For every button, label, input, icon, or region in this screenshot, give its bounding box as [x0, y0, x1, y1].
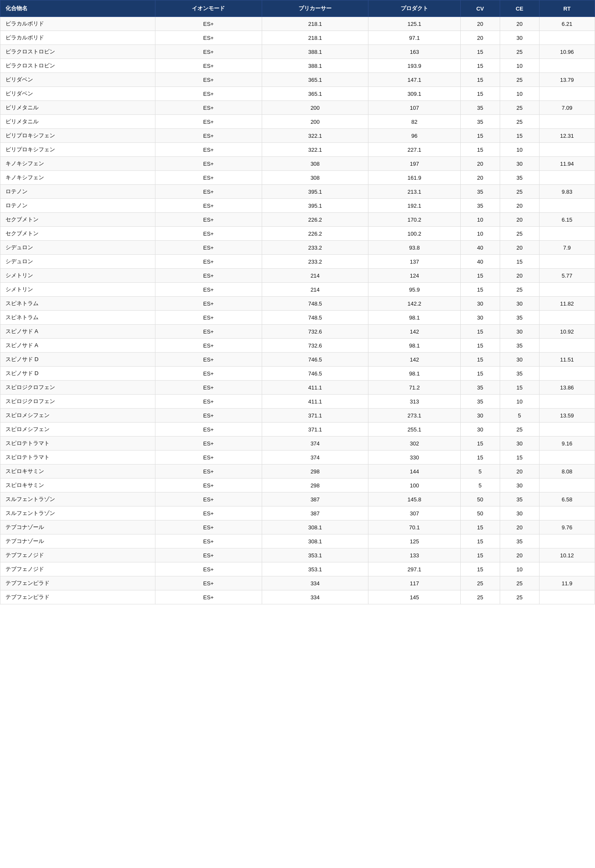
table-cell-6-6: 7.09	[539, 101, 595, 115]
table-cell-6-2: 200	[262, 101, 368, 115]
table-cell-29-5: 25	[500, 423, 539, 437]
table-cell-41-5: 25	[500, 590, 539, 604]
table-cell-10-0: キノキシフェン	[0, 157, 155, 171]
table-cell-5-0: ピリダベン	[0, 87, 155, 101]
table-row: キノキシフェンES+308197203011.94	[0, 157, 595, 171]
table-cell-37-1: ES+	[155, 534, 262, 548]
table-row: スピロジクロフェンES+411.171.2351513.86	[0, 381, 595, 395]
table-cell-17-3: 137	[368, 255, 460, 269]
table-cell-12-4: 35	[460, 185, 500, 199]
table-cell-24-6: 11.51	[539, 353, 595, 367]
table-cell-3-3: 193.9	[368, 59, 460, 73]
table-cell-33-5: 30	[500, 479, 539, 492]
table-cell-6-4: 35	[460, 101, 500, 115]
table-cell-22-5: 30	[500, 325, 539, 339]
table-cell-0-5: 20	[500, 17, 539, 31]
table-cell-22-1: ES+	[155, 325, 262, 339]
table-row: ピリメタニルES+200823525	[0, 115, 595, 129]
table-cell-30-0: スピロテトラマト	[0, 437, 155, 451]
table-row: テブフェンピラドES+334117252511.9	[0, 576, 595, 590]
table-cell-41-2: 334	[262, 590, 368, 604]
table-cell-33-6	[539, 479, 595, 492]
table-cell-10-1: ES+	[155, 157, 262, 171]
table-cell-0-2: 218.1	[262, 17, 368, 31]
table-cell-11-1: ES+	[155, 171, 262, 185]
table-cell-25-6	[539, 367, 595, 381]
table-cell-32-0: スピロキサミン	[0, 465, 155, 479]
table-cell-10-2: 308	[262, 157, 368, 171]
table-cell-19-0: シメトリン	[0, 283, 155, 297]
table-cell-16-2: 233.2	[262, 241, 368, 255]
table-cell-41-4: 25	[460, 590, 500, 604]
table-cell-19-3: 95.9	[368, 283, 460, 297]
table-cell-30-6: 9.16	[539, 437, 595, 451]
table-cell-13-1: ES+	[155, 199, 262, 213]
table-cell-21-5: 35	[500, 311, 539, 325]
table-cell-22-2: 732.6	[262, 325, 368, 339]
table-row: スピネトラムES+748.5142.2303011.82	[0, 297, 595, 311]
table-cell-16-4: 40	[460, 241, 500, 255]
table-cell-22-3: 142	[368, 325, 460, 339]
table-cell-3-1: ES+	[155, 59, 262, 73]
table-cell-12-0: ロテノン	[0, 185, 155, 199]
table-cell-30-4: 15	[460, 437, 500, 451]
table-cell-39-3: 297.1	[368, 562, 460, 576]
table-cell-40-0: テブフェンピラド	[0, 576, 155, 590]
table-cell-39-6	[539, 562, 595, 576]
table-cell-12-1: ES+	[155, 185, 262, 199]
table-cell-29-6	[539, 423, 595, 437]
table-cell-34-5: 35	[500, 492, 539, 506]
table-cell-40-5: 25	[500, 576, 539, 590]
table-cell-20-4: 30	[460, 297, 500, 311]
table-row: シデュロンES+233.293.840207.9	[0, 241, 595, 255]
table-cell-25-5: 35	[500, 367, 539, 381]
table-cell-0-0: ピラカルボリド	[0, 17, 155, 31]
table-cell-38-5: 20	[500, 548, 539, 562]
table-cell-26-5: 15	[500, 381, 539, 395]
table-cell-9-4: 15	[460, 143, 500, 157]
column-header-5: CE	[500, 0, 539, 17]
table-cell-1-4: 20	[460, 31, 500, 45]
table-cell-11-5: 35	[500, 171, 539, 185]
table-cell-17-4: 40	[460, 255, 500, 269]
table-cell-12-6: 9.83	[539, 185, 595, 199]
table-row: ピラクロストロビンES+388.1193.91510	[0, 59, 595, 73]
table-cell-40-2: 334	[262, 576, 368, 590]
table-cell-21-6	[539, 311, 595, 325]
table-cell-11-0: キノキシフェン	[0, 171, 155, 185]
table-cell-37-3: 125	[368, 534, 460, 548]
table-cell-36-6: 9.76	[539, 520, 595, 534]
compound-table: 化合物名イオンモードプリカーサープロダクトCVCERT ピラカルボリドES+21…	[0, 0, 595, 604]
table-cell-35-1: ES+	[155, 506, 262, 520]
table-row: テブフェノジドES+353.1297.11510	[0, 562, 595, 576]
table-row: スピノサド AES+732.6142153010.92	[0, 325, 595, 339]
table-cell-18-3: 124	[368, 269, 460, 283]
table-cell-20-0: スピネトラム	[0, 297, 155, 311]
table-cell-21-0: スピネトラム	[0, 311, 155, 325]
table-cell-1-3: 97.1	[368, 31, 460, 45]
table-cell-7-3: 82	[368, 115, 460, 129]
table-row: ピラカルボリドES+218.1125.120206.21	[0, 17, 595, 31]
table-cell-20-2: 748.5	[262, 297, 368, 311]
table-cell-19-2: 214	[262, 283, 368, 297]
table-cell-15-3: 100.2	[368, 227, 460, 241]
table-cell-27-5: 10	[500, 395, 539, 409]
table-cell-11-4: 20	[460, 171, 500, 185]
table-cell-41-3: 145	[368, 590, 460, 604]
table-cell-40-1: ES+	[155, 576, 262, 590]
table-cell-23-2: 732.6	[262, 339, 368, 353]
table-cell-6-3: 107	[368, 101, 460, 115]
table-cell-37-0: テブコナゾール	[0, 534, 155, 548]
table-cell-34-3: 145.8	[368, 492, 460, 506]
table-cell-17-0: シデュロン	[0, 255, 155, 269]
table-cell-31-1: ES+	[155, 451, 262, 465]
table-cell-16-5: 20	[500, 241, 539, 255]
table-row: ピリプロキシフェンES+322.1227.11510	[0, 143, 595, 157]
table-cell-21-4: 30	[460, 311, 500, 325]
table-row: セクブメトンES+226.2100.21025	[0, 227, 595, 241]
table-cell-37-2: 308.1	[262, 534, 368, 548]
table-cell-3-2: 388.1	[262, 59, 368, 73]
table-cell-24-4: 15	[460, 353, 500, 367]
table-cell-8-5: 15	[500, 129, 539, 143]
table-row: スピロメシフェンES+371.1255.13025	[0, 423, 595, 437]
